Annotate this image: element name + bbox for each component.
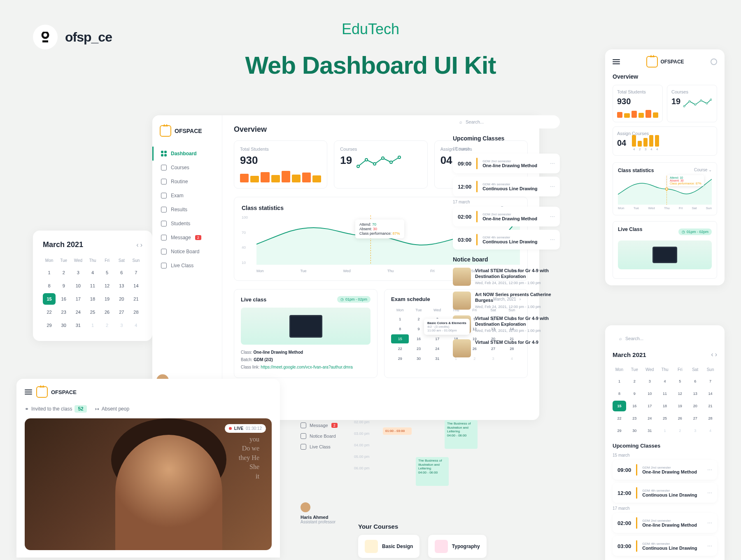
calendar-day[interactable]: 31 [429, 354, 446, 363]
sidebar-item-message[interactable]: Message2 [152, 231, 222, 245]
calendar-day[interactable]: 17 [643, 401, 657, 411]
schedule-block-green-2[interactable]: The Business of Illustration and Letteri… [416, 457, 449, 486]
calendar-day[interactable]: 15 [43, 293, 56, 305]
calendar-day[interactable]: 16 [57, 293, 70, 305]
calendar-day[interactable]: 19 [101, 293, 114, 305]
calendar-day[interactable]: 13 [688, 388, 702, 399]
more-icon[interactable]: ⋯ [550, 161, 555, 166]
sidebar-item-courses[interactable]: Courses [152, 161, 222, 175]
sidebar-item-students[interactable]: Students [152, 217, 222, 231]
calendar-day[interactable]: 14 [130, 280, 142, 292]
more-icon[interactable]: ⋯ [550, 237, 555, 243]
calendar-day[interactable]: 21 [130, 293, 142, 305]
upcoming-class-item[interactable]: 02:00GDM 2nd semesterOne-line Drawing Me… [613, 513, 717, 533]
notice-item[interactable]: Virtual STEM Clubs for Gr 4-9 [453, 339, 560, 357]
calendar-day[interactable]: 1 [391, 315, 409, 324]
calendar-day[interactable]: 11 [86, 280, 99, 292]
sidebar-item-results[interactable]: Results [152, 203, 222, 217]
calendar-day[interactable]: 1 [43, 267, 56, 278]
calendar-day[interactable]: 9 [57, 280, 70, 292]
calendar-day[interactable]: 7 [704, 376, 717, 387]
calendar-prev-icon[interactable]: ‹ [136, 241, 138, 249]
sidebar-item-live-class[interactable]: Live Class [152, 259, 222, 273]
upcoming-class-item[interactable]: 12:00GDM 4th semesterContinuous Line Dra… [453, 177, 560, 196]
calendar-day[interactable]: 31 [72, 320, 84, 331]
menu-icon[interactable] [613, 59, 620, 64]
calendar-day[interactable]: 24 [643, 413, 657, 424]
calendar-day[interactable]: 9 [628, 388, 641, 399]
calendar-day[interactable]: 23 [410, 344, 427, 353]
calendar-day[interactable]: 3 [643, 376, 657, 387]
calendar-day[interactable]: 23 [57, 306, 70, 318]
sidebar-item-routine[interactable]: Routine [152, 175, 222, 189]
calendar-day[interactable]: 27 [115, 306, 128, 318]
more-icon[interactable]: ⋯ [550, 184, 555, 189]
calendar-day[interactable]: 24 [429, 344, 446, 353]
calendar-day[interactable]: 17 [72, 293, 84, 305]
calendar-day[interactable]: 24 [72, 306, 84, 318]
calendar-day[interactable]: 30 [410, 354, 427, 363]
calendar-day[interactable]: 11 [658, 388, 672, 399]
calendar-day[interactable]: 20 [115, 293, 128, 305]
class-link[interactable]: https://meet.google.com/vcx-fvan-ara?aut… [261, 365, 352, 369]
calendar-day[interactable]: 28 [704, 413, 717, 424]
calendar-day[interactable]: 17 [429, 334, 446, 343]
calendar-day[interactable]: 16 [410, 334, 427, 343]
calendar-day[interactable]: 28 [130, 306, 142, 318]
more-icon[interactable]: ⋯ [707, 490, 712, 496]
calendar-day[interactable]: 31 [643, 425, 657, 436]
calendar-day[interactable]: 3 [72, 267, 84, 278]
calendar-day[interactable]: 21 [704, 401, 717, 411]
calendar-day[interactable]: 18 [86, 293, 99, 305]
calendar-day[interactable]: 19 [673, 401, 687, 411]
calendar-day[interactable]: 4 [86, 267, 99, 278]
sidebar-item-notice-board[interactable]: Notice Board [152, 245, 222, 259]
calendar-day[interactable]: 14 [704, 388, 717, 399]
calendar-day[interactable]: 1 [613, 376, 626, 387]
schedule-block-orange[interactable]: 01:00 - 03:00 [383, 427, 412, 435]
calendar-day[interactable]: 5 [673, 376, 687, 387]
upcoming-class-item[interactable]: 02:00GDM 2nd semesterOne-line Drawing Me… [453, 207, 560, 226]
calendar-day[interactable]: 2 [57, 267, 70, 278]
calendar-day[interactable]: 30 [628, 425, 641, 436]
more-icon[interactable]: ⋯ [707, 520, 712, 526]
calendar-day[interactable]: 29 [43, 320, 56, 331]
calendar-next-icon[interactable]: › [140, 241, 142, 249]
calendar-day[interactable]: 26 [673, 413, 687, 424]
calendar-day[interactable]: 6 [688, 376, 702, 387]
calendar-day[interactable]: 8 [613, 388, 626, 399]
calendar-day[interactable]: 16 [628, 401, 641, 411]
calendar-day[interactable]: 25 [658, 413, 672, 424]
more-icon[interactable]: ⋯ [550, 214, 555, 219]
calendar-day[interactable]: 15 [613, 401, 626, 411]
notice-item[interactable]: Art NOW Series presents Catherine Burges… [453, 292, 560, 310]
more-icon[interactable]: ⋯ [707, 543, 712, 549]
calendar-day[interactable]: 22 [43, 306, 56, 318]
more-icon[interactable]: ⋯ [707, 467, 712, 473]
upcoming-class-item[interactable]: 09:00GDM 2nd semesterOne-line Drawing Me… [613, 460, 717, 480]
calendar-day[interactable]: 6 [115, 267, 128, 278]
calendar-day[interactable]: 2 [628, 376, 641, 387]
calendar-day[interactable]: 10 [643, 388, 657, 399]
calendar-prev-icon[interactable]: ‹ [711, 351, 713, 358]
sidebar-item-exam[interactable]: Exam [152, 189, 222, 203]
calendar-day[interactable]: 27 [688, 413, 702, 424]
calendar-day[interactable]: 22 [391, 344, 409, 353]
calendar-day[interactable]: 4 [658, 376, 672, 387]
calendar-day[interactable]: 7 [130, 267, 142, 278]
calendar-day[interactable]: 20 [688, 401, 702, 411]
calendar-day[interactable]: 10 [72, 280, 84, 292]
search-icon[interactable] [711, 58, 717, 65]
calendar-day[interactable]: 13 [115, 280, 128, 292]
upcoming-class-item[interactable]: 03:00GDM 4th semesterContinuous Line Dra… [613, 536, 717, 556]
calendar-day[interactable]: 23 [628, 413, 641, 424]
calendar-day[interactable]: 12 [101, 280, 114, 292]
upcoming-class-item[interactable]: 12:00GDM 4th semesterContinuous Line Dra… [613, 483, 717, 503]
notice-item[interactable]: Virtual STEM Clubs for Gr 4-9 with Desti… [453, 268, 560, 286]
search-input[interactable]: ⌕ Search... [453, 115, 560, 128]
calendar-day[interactable]: 29 [613, 425, 626, 436]
calendar-day[interactable]: 18 [658, 401, 672, 411]
calendar-day[interactable]: 22 [613, 413, 626, 424]
sidebar-item-dashboard[interactable]: Dashboard [152, 147, 222, 161]
calendar-day[interactable]: 12 [673, 388, 687, 399]
